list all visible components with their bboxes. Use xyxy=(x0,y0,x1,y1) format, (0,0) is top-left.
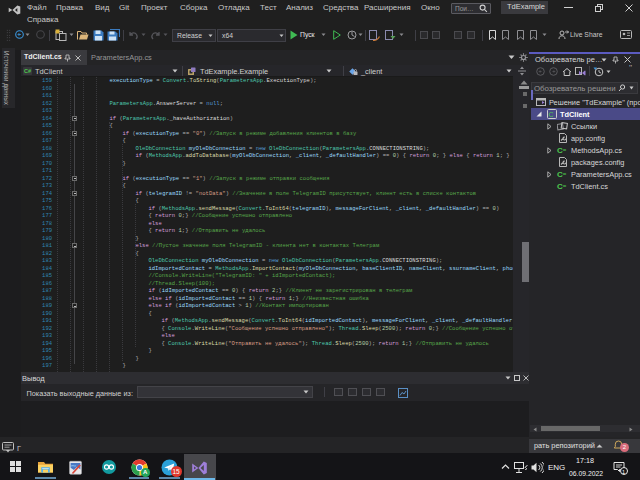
svg-text:C: C xyxy=(549,111,554,118)
